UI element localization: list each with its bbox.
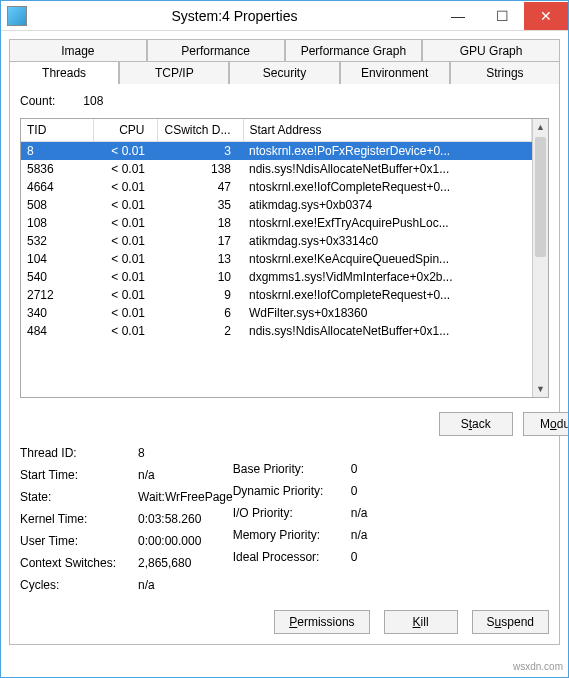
cell-cpu: < 0.01 bbox=[93, 322, 157, 340]
permissions-button[interactable]: Permissions bbox=[274, 610, 369, 634]
suspend-button[interactable]: Suspend bbox=[472, 610, 549, 634]
detail-row: Context Switches:2,865,680 bbox=[20, 552, 233, 574]
cell-tid: 104 bbox=[21, 250, 93, 268]
cell-start: ntoskrnl.exe!IofCompleteRequest+0... bbox=[243, 178, 532, 196]
scroll-down-icon[interactable]: ▼ bbox=[533, 381, 548, 397]
table-row[interactable]: 8< 0.013ntoskrnl.exe!PoFxRegisterDevice+… bbox=[21, 142, 532, 161]
cell-cpu: < 0.01 bbox=[93, 214, 157, 232]
tab-strings[interactable]: Strings bbox=[450, 61, 560, 84]
detail-row: State:Wait:WrFreePage bbox=[20, 486, 233, 508]
detail-value: 8 bbox=[138, 446, 145, 460]
table-row[interactable]: 5836< 0.01138ndis.sys!NdisAllocateNetBuf… bbox=[21, 160, 532, 178]
cell-cswitch: 9 bbox=[157, 286, 243, 304]
table-row[interactable]: 2712< 0.019ntoskrnl.exe!IofCompleteReque… bbox=[21, 286, 532, 304]
detail-value: 0 bbox=[351, 462, 358, 476]
table-row[interactable]: 108< 0.0118ntoskrnl.exe!ExfTryAcquirePus… bbox=[21, 214, 532, 232]
tab-performance[interactable]: Performance bbox=[147, 39, 285, 62]
cell-start: ntoskrnl.exe!IofCompleteRequest+0... bbox=[243, 286, 532, 304]
detail-label: Start Time: bbox=[20, 468, 138, 482]
cell-tid: 108 bbox=[21, 214, 93, 232]
detail-row: Memory Priority:n/a bbox=[233, 524, 433, 546]
cell-start: dxgmms1.sys!VidMmInterface+0x2b... bbox=[243, 268, 532, 286]
cell-cpu: < 0.01 bbox=[93, 160, 157, 178]
cell-cswitch: 35 bbox=[157, 196, 243, 214]
stack-button[interactable]: Stack bbox=[439, 412, 513, 436]
maximize-button[interactable]: ☐ bbox=[480, 2, 524, 30]
count-value: 108 bbox=[83, 94, 103, 108]
table-row[interactable]: 4664< 0.0147ntoskrnl.exe!IofCompleteRequ… bbox=[21, 178, 532, 196]
detail-value: n/a bbox=[351, 528, 368, 542]
detail-row bbox=[233, 442, 433, 450]
tab-threads[interactable]: Threads bbox=[9, 61, 119, 84]
thread-count-line: Count: 108 bbox=[20, 94, 549, 108]
table-scrollbar[interactable]: ▲ ▼ bbox=[532, 119, 548, 397]
cell-start: ntoskrnl.exe!KeAcquireQueuedSpin... bbox=[243, 250, 532, 268]
detail-value: 2,865,680 bbox=[138, 556, 191, 570]
table-row[interactable]: 532< 0.0117atikmdag.sys+0x3314c0 bbox=[21, 232, 532, 250]
detail-value: n/a bbox=[138, 468, 155, 482]
cell-start: ndis.sys!NdisAllocateNetBuffer+0x1... bbox=[243, 160, 532, 178]
detail-label: I/O Priority: bbox=[233, 506, 351, 520]
cell-tid: 540 bbox=[21, 268, 93, 286]
table-row[interactable]: 484< 0.012ndis.sys!NdisAllocateNetBuffer… bbox=[21, 322, 532, 340]
module-button[interactable]: Module bbox=[523, 412, 569, 436]
col-header-start[interactable]: Start Address bbox=[243, 119, 532, 142]
cell-start: WdFilter.sys+0x18360 bbox=[243, 304, 532, 322]
table-row[interactable]: 508< 0.0135atikmdag.sys+0xb0374 bbox=[21, 196, 532, 214]
col-header-cpu[interactable]: CPU bbox=[93, 119, 157, 142]
cell-tid: 4664 bbox=[21, 178, 93, 196]
detail-row bbox=[233, 450, 433, 458]
detail-row: Thread ID:8 bbox=[20, 442, 233, 464]
thread-detail-area: x Thread ID:8Start Time:n/aState:Wait:Wr… bbox=[20, 412, 549, 596]
table-row[interactable]: 540< 0.0110dxgmms1.sys!VidMmInterface+0x… bbox=[21, 268, 532, 286]
tab-image[interactable]: Image bbox=[9, 39, 147, 62]
table-row[interactable]: 340< 0.016WdFilter.sys+0x18360 bbox=[21, 304, 532, 322]
titlebar[interactable]: System:4 Properties — ☐ ✕ bbox=[1, 1, 568, 31]
app-icon bbox=[7, 6, 27, 26]
window-controls: — ☐ ✕ bbox=[436, 2, 568, 30]
scroll-up-icon[interactable]: ▲ bbox=[533, 119, 548, 135]
cell-cswitch: 13 bbox=[157, 250, 243, 268]
scroll-thumb[interactable] bbox=[535, 137, 546, 257]
cell-cpu: < 0.01 bbox=[93, 178, 157, 196]
tab-tcpip[interactable]: TCP/IP bbox=[119, 61, 229, 84]
detail-label: Base Priority: bbox=[233, 462, 351, 476]
col-header-cswitch[interactable]: CSwitch D... bbox=[157, 119, 243, 142]
detail-value: Wait:WrFreePage bbox=[138, 490, 233, 504]
detail-row: Start Time:n/a bbox=[20, 464, 233, 486]
col-header-tid[interactable]: TID bbox=[21, 119, 93, 142]
minimize-button[interactable]: — bbox=[436, 2, 480, 30]
tab-row-2: Threads TCP/IP Security Environment Stri… bbox=[9, 61, 560, 84]
threads-table[interactable]: TID CPU CSwitch D... Start Address 8< 0.… bbox=[21, 119, 532, 340]
detail-label: Cycles: bbox=[20, 578, 138, 592]
tab-gpu-graph[interactable]: GPU Graph bbox=[422, 39, 560, 62]
close-button[interactable]: ✕ bbox=[524, 2, 568, 30]
detail-row: Ideal Processor:0 bbox=[233, 546, 433, 568]
content-area: Image Performance Performance Graph GPU … bbox=[1, 31, 568, 649]
tab-performance-graph[interactable]: Performance Graph bbox=[285, 39, 423, 62]
cell-tid: 5836 bbox=[21, 160, 93, 178]
table-row[interactable]: 104< 0.0113ntoskrnl.exe!KeAcquireQueuedS… bbox=[21, 250, 532, 268]
detail-row: User Time:0:00:00.000 bbox=[20, 530, 233, 552]
table-header-row[interactable]: TID CPU CSwitch D... Start Address bbox=[21, 119, 532, 142]
cell-tid: 8 bbox=[21, 142, 93, 161]
properties-window: System:4 Properties — ☐ ✕ Image Performa… bbox=[0, 0, 569, 678]
detail-value: n/a bbox=[138, 578, 155, 592]
cell-cpu: < 0.01 bbox=[93, 286, 157, 304]
detail-row: Cycles:n/a bbox=[20, 574, 233, 596]
cell-cswitch: 18 bbox=[157, 214, 243, 232]
cell-tid: 2712 bbox=[21, 286, 93, 304]
cell-cpu: < 0.01 bbox=[93, 304, 157, 322]
tab-security[interactable]: Security bbox=[229, 61, 339, 84]
detail-label: State: bbox=[20, 490, 138, 504]
kill-button[interactable]: Kill bbox=[384, 610, 458, 634]
cell-cpu: < 0.01 bbox=[93, 250, 157, 268]
detail-value: 0 bbox=[351, 484, 358, 498]
cell-start: atikmdag.sys+0x3314c0 bbox=[243, 232, 532, 250]
cell-start: ntoskrnl.exe!PoFxRegisterDevice+0... bbox=[243, 142, 532, 161]
tab-environment[interactable]: Environment bbox=[340, 61, 450, 84]
count-label: Count: bbox=[20, 94, 80, 108]
detail-label: Ideal Processor: bbox=[233, 550, 351, 564]
cell-cswitch: 10 bbox=[157, 268, 243, 286]
cell-cswitch: 6 bbox=[157, 304, 243, 322]
